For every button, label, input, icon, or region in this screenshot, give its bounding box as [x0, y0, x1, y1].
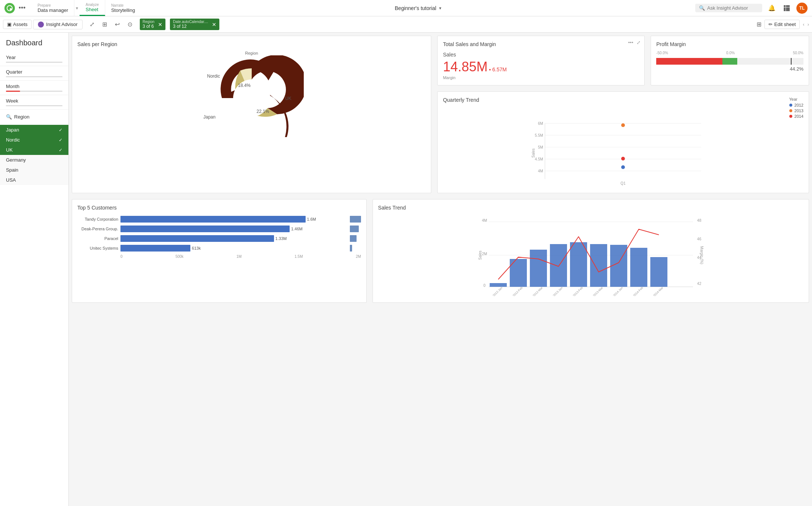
avatar[interactable]: TL	[796, 3, 808, 14]
more-icon[interactable]: •••	[628, 40, 634, 45]
region-chart-label: Region	[77, 51, 426, 55]
lasso-icon[interactable]: ⊙	[125, 19, 135, 30]
bar-unitec-container: 613k	[120, 245, 346, 252]
svg-text:UK: UK	[285, 96, 291, 101]
app-dropdown-arrow[interactable]: ▾	[439, 6, 441, 11]
nav-right: 🔍 🔔 TL	[695, 3, 808, 14]
filter-year-slider[interactable]	[6, 62, 62, 63]
pm-axis-mid: 0.0%	[726, 51, 735, 55]
filter-chip-date-value: 3 of 12	[173, 24, 208, 29]
svg-rect-47	[490, 283, 507, 287]
region-section: 🔍 Region	[0, 110, 68, 125]
legend-2013: 2013	[789, 108, 803, 113]
svg-text:Q1: Q1	[621, 181, 626, 185]
undo-icon[interactable]: ↩	[112, 19, 123, 30]
bell-icon[interactable]: 🔔	[767, 3, 777, 13]
filter-chip-date-close[interactable]: ✕	[212, 22, 216, 27]
svg-text:2012-Feb: 2012-Feb	[512, 286, 523, 296]
svg-rect-54	[630, 248, 647, 287]
bar-label-paracel: Paracel	[77, 236, 118, 241]
bar-label-tandy: Tandy Corporation	[77, 217, 118, 221]
filter-quarter[interactable]: Quarter	[0, 66, 68, 81]
filter-quarter-slider[interactable]	[6, 76, 62, 77]
nav-narrate[interactable]: Narrate Storytelling	[105, 0, 141, 16]
region-section-label[interactable]: 🔍 Region	[6, 114, 62, 120]
svg-text:2013-Mar: 2013-Mar	[592, 286, 604, 296]
nav-analyze[interactable]: Analyze Sheet	[80, 0, 105, 16]
region-japan-label: Japan	[6, 127, 19, 133]
filter-chip-date-title: Date.autoCalendar....	[173, 20, 208, 24]
bar-deak	[120, 226, 290, 232]
svg-text:2013-Feb: 2013-Feb	[572, 286, 584, 296]
fullscreen-icon[interactable]: ⤢	[87, 19, 97, 30]
region-item-nordic[interactable]: Nordic ✓	[0, 135, 68, 145]
main-layout: Dashboard Year Quarter Month Week	[0, 33, 812, 506]
region-item-usa[interactable]: USA	[0, 175, 68, 185]
nav-dots[interactable]: •••	[19, 4, 26, 12]
filter-chip-date[interactable]: Date.autoCalendar.... 3 of 12 ✕	[170, 19, 219, 30]
svg-point-1	[10, 8, 12, 10]
bar-secondary-tandy	[350, 216, 361, 223]
filter-month-slider[interactable]	[6, 91, 62, 92]
bar-label-deak: Deak-Perera Group.	[77, 227, 118, 231]
select-icon[interactable]: ⊞	[100, 19, 110, 30]
svg-point-31	[621, 157, 625, 160]
pm-indicator	[791, 58, 792, 65]
insight-advisor-button[interactable]: Insight Advisor	[33, 20, 83, 29]
bar-secondary-deak	[350, 226, 361, 232]
content-area: Sales per Region Region	[69, 33, 812, 506]
dropdown-arrow[interactable]: ▾	[74, 6, 80, 11]
analyze-sub: Analyze	[86, 3, 99, 7]
grid-apps-icon[interactable]	[782, 3, 792, 13]
filter-year-fill	[6, 62, 40, 63]
axis-0: 0	[120, 254, 123, 259]
filter-chip-region[interactable]: Region 3 of 6 ✕	[140, 19, 166, 30]
svg-text:2014-Mar: 2014-Mar	[652, 286, 664, 296]
expand-icon[interactable]: ⤢	[637, 40, 641, 45]
svg-rect-3	[786, 5, 788, 7]
filter-chip-region-close[interactable]: ✕	[158, 22, 162, 27]
filter-week-slider[interactable]	[6, 105, 62, 106]
search-input[interactable]	[707, 5, 758, 11]
region-germany-label: Germany	[6, 157, 26, 163]
svg-rect-49	[530, 250, 547, 287]
pm-green-segment	[722, 58, 737, 65]
search-box[interactable]: 🔍	[695, 4, 762, 12]
svg-text:18.4%: 18.4%	[238, 83, 251, 88]
region-item-spain[interactable]: Spain	[0, 165, 68, 175]
filter-year[interactable]: Year	[0, 52, 68, 66]
region-item-japan[interactable]: Japan ✓	[0, 125, 68, 135]
margin-label: Margin	[443, 75, 639, 80]
bar-sec-paracel	[350, 235, 357, 242]
edit-sheet-button[interactable]: ✏ Edit sheet	[764, 20, 800, 29]
svg-text:2012-Mar: 2012-Mar	[532, 286, 544, 296]
svg-text:4.5M: 4.5M	[535, 157, 543, 161]
nav-prepare[interactable]: Prepare Data manager	[32, 0, 74, 16]
nav-prev-icon[interactable]: ‹	[803, 22, 804, 27]
view-grid-icon[interactable]: ⊞	[757, 21, 761, 28]
svg-point-32	[621, 165, 625, 169]
nav-next-icon[interactable]: ›	[808, 22, 809, 27]
assets-button[interactable]: ▣ Assets	[3, 20, 32, 29]
svg-rect-48	[510, 259, 527, 287]
qlik-logo-icon	[4, 3, 15, 13]
donut-chart-container[interactable]: 59.5% 18.4% 22.1% Nordic Japan UK	[77, 55, 426, 137]
sales-trend-panel: Sales Trend 4M 2M 0 48 46 44 42 Sales Ma…	[373, 199, 809, 303]
total-sales-panel: Total Sales and Margin ⤢ ••• Sales 14.85…	[437, 36, 645, 85]
ia-icon	[38, 22, 44, 27]
filter-week[interactable]: Week	[0, 95, 68, 110]
region-item-uk[interactable]: UK ✓	[0, 145, 68, 155]
legend-label-2014: 2014	[795, 114, 803, 119]
top5-title: Top 5 Customers	[77, 205, 361, 211]
assets-label: Assets	[13, 22, 28, 27]
sidebar-title: Dashboard	[0, 37, 68, 52]
svg-text:2014-Jan: 2014-Jan	[612, 286, 624, 296]
region-item-germany[interactable]: Germany	[0, 155, 68, 165]
svg-text:22.1%: 22.1%	[257, 109, 269, 114]
bar-sec-unitec	[350, 245, 352, 252]
filter-month[interactable]: Month	[0, 81, 68, 95]
legend-dot-2014	[789, 115, 792, 118]
svg-text:2M: 2M	[482, 252, 487, 256]
bottom-row: Top 5 Customers Tandy Corporation 1.6M	[69, 196, 812, 306]
svg-text:6M: 6M	[538, 121, 543, 126]
